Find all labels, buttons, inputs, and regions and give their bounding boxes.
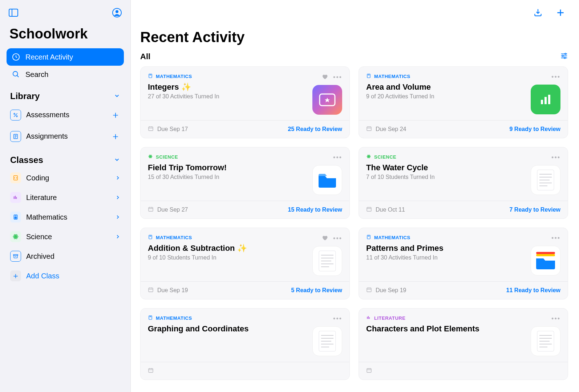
activity-card[interactable]: SCIENCE Field Trip Tomorrow! 15 of 30 Ac… [140,147,350,219]
activity-card[interactable]: MATHEMATICS Graphing and Coordinates ••• [140,308,350,380]
svg-rect-120 [367,368,371,372]
thumbnail-icon [312,165,342,195]
review-link[interactable]: 7 Ready to Review [510,207,561,213]
more-button[interactable]: ••• [333,154,342,162]
card-body: MATHEMATICS Graphing and Coordinates ••• [141,309,349,362]
card-due: Due Sep 27 [148,206,188,213]
archived-label: Archived [26,252,54,261]
svg-point-25 [16,218,16,219]
activity-card[interactable]: SCIENCE The Water Cycle 7 of 10 Students… [359,147,568,219]
card-title: Area and Volume [366,79,526,92]
activity-cards-grid: MATHEMATICS Integers ✨ 27 of 30 Activiti… [140,66,570,392]
thumbnail-icon [312,326,342,356]
activity-card[interactable]: MATHEMATICS Patterns and Primes 11 of 30… [359,228,568,299]
svg-marker-43 [325,98,330,102]
nav-recent-activity[interactable]: Recent Activity [7,48,124,66]
nav-search[interactable]: Search [7,66,124,83]
activity-card[interactable]: LITERATURE Characters and Plot Elements … [359,308,568,380]
add-assessment-button[interactable]: ＋ [111,109,120,121]
svg-rect-79 [149,235,152,239]
more-button[interactable]: ••• [551,234,560,242]
card-body: SCIENCE Field Trip Tomorrow! 15 of 30 Ac… [141,147,349,201]
profile-icon[interactable] [111,7,123,19]
svg-rect-87 [149,288,153,292]
card-footer [141,362,349,380]
more-button[interactable]: ••• [333,315,342,323]
subject-icon [366,154,371,160]
download-button[interactable] [532,7,544,19]
svg-rect-113 [369,317,370,319]
card-actions: ••• [321,234,342,242]
coding-icon [10,172,21,183]
card-right: ••• [312,73,342,115]
card-due [148,367,157,375]
card-actions: ••• [551,154,560,162]
card-actions: ••• [551,73,560,81]
card-text: SCIENCE Field Trip Tomorrow! 15 of 30 Ac… [148,154,308,196]
activity-card[interactable]: MATHEMATICS Integers ✨ 27 of 30 Activiti… [140,66,350,138]
classes-header[interactable]: Classes [7,147,124,168]
review-link[interactable]: 15 Ready to Review [288,207,342,213]
class-literature[interactable]: Literature [7,188,124,207]
svg-rect-50 [541,100,543,104]
toggle-sidebar-icon[interactable] [7,7,20,19]
subject-icon [366,315,371,321]
library-assignments[interactable]: Assignments ＋ [7,126,124,147]
review-link[interactable]: 25 Ready to Review [288,126,342,132]
classes-header-label: Classes [10,155,43,165]
class-mathematics[interactable]: Mathematics [7,207,124,227]
more-button[interactable]: ••• [551,154,560,162]
svg-point-23 [15,218,15,219]
more-button[interactable]: ••• [333,235,342,242]
activity-card[interactable]: MATHEMATICS Area and Volume 9 of 20 Acti… [359,66,568,138]
add-class-button[interactable]: ＋ Add Class [7,266,124,286]
add-button[interactable] [554,7,567,19]
svg-point-24 [15,218,16,219]
calendar-icon [366,126,372,133]
review-link[interactable]: 11 Ready to Review [506,287,560,294]
calendar-icon [148,126,154,133]
card-title: Graphing and Coordinates [148,321,308,334]
class-science[interactable]: Science [7,227,124,246]
favorite-icon[interactable] [321,73,328,81]
svg-rect-41 [150,75,151,75]
svg-rect-75 [367,207,371,211]
calendar-icon [366,367,372,375]
card-body: MATHEMATICS Area and Volume 9 of 20 Acti… [359,67,568,120]
filter-button[interactable] [560,52,568,61]
calendar-icon [148,287,154,294]
more-button[interactable]: ••• [333,74,342,81]
due-label: Due Sep 24 [376,126,406,132]
card-footer: Due Sep 19 11 Ready to Review [359,281,568,299]
library-assessments[interactable]: Assessments ＋ [7,104,124,126]
more-button[interactable]: ••• [551,315,560,323]
svg-rect-61 [149,207,153,211]
card-due: Due Sep 24 [366,126,406,133]
favorite-icon[interactable] [321,234,328,242]
card-body: MATHEMATICS Patterns and Primes 11 of 30… [359,228,568,281]
activity-card[interactable]: MATHEMATICS Addition & Subtraction ✨ 9 o… [140,228,350,299]
library-header[interactable]: Library [7,83,124,104]
card-subject: SCIENCE [148,154,308,160]
due-label: Due Oct 11 [376,207,405,213]
class-coding[interactable]: Coding [7,168,124,188]
subject-label: LITERATURE [374,315,405,321]
subject-icon [148,315,153,321]
more-button[interactable]: ••• [551,73,560,81]
subject-icon [366,73,371,79]
review-link[interactable]: 9 Ready to Review [510,126,561,132]
add-assignment-button[interactable]: ＋ [111,130,120,143]
sidebar-top [7,7,124,26]
main-content: Recent Activity All MATHEMATICS Integers… [131,0,579,392]
subject-label: MATHEMATICS [156,315,192,321]
plus-icon: ＋ [10,270,21,281]
review-link[interactable]: 5 Ready to Review [291,287,343,294]
card-due: Due Sep 17 [148,126,188,133]
svg-point-22 [16,217,16,217]
card-footer [359,362,568,380]
calendar-icon [366,287,372,294]
nav-recent-label: Recent Activity [25,53,73,61]
class-archived[interactable]: Archived [7,246,124,266]
svg-point-37 [562,55,564,57]
svg-rect-0 [9,9,18,16]
